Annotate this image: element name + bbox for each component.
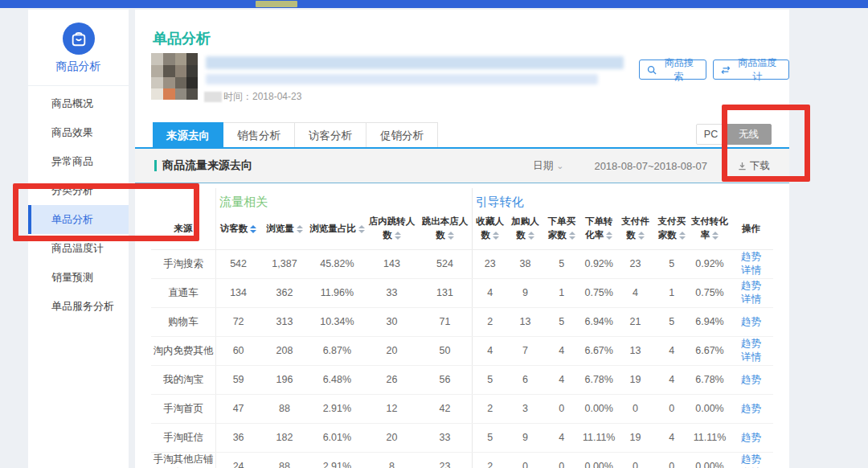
sort-icon[interactable] xyxy=(528,232,534,240)
value-cell: 19 xyxy=(617,365,653,394)
annotation-box-wireless-toggle xyxy=(722,105,810,182)
value-cell: 11.11% xyxy=(580,423,617,452)
source-cell: 手淘其他店铺商品 xyxy=(151,452,215,468)
value-cell: 313 xyxy=(260,307,309,336)
value-cell: 23 xyxy=(617,249,653,278)
actions-cell: 趋势详情 xyxy=(729,452,773,468)
column-header-7[interactable]: 收藏人数 xyxy=(472,211,507,249)
detail-link[interactable]: 详情 xyxy=(741,265,761,276)
value-cell: 11.11% xyxy=(690,423,729,452)
blurred-product-title-line xyxy=(206,56,624,69)
table-row: 我的淘宝591966.48%26565646.78%1946.78%趋势 xyxy=(151,365,773,394)
value-cell: 0 xyxy=(653,452,690,468)
value-cell: 0 xyxy=(543,452,580,468)
trend-link[interactable]: 趋势 xyxy=(741,454,761,465)
value-cell: 24 xyxy=(215,452,260,468)
column-header-11[interactable]: 支付件数 xyxy=(617,211,653,249)
column-header-2[interactable]: 访客数 xyxy=(215,211,260,249)
detail-link[interactable]: 详情 xyxy=(741,351,761,363)
sort-icon[interactable] xyxy=(493,232,499,240)
value-cell: 9 xyxy=(507,278,542,307)
tab-3[interactable]: 访客分析 xyxy=(295,122,366,149)
trend-link[interactable]: 趋势 xyxy=(741,432,761,443)
sort-icon[interactable] xyxy=(679,232,686,240)
product-search-button[interactable]: 商品搜索 xyxy=(639,60,706,80)
sort-icon[interactable] xyxy=(448,232,454,240)
value-cell: 0.92% xyxy=(580,249,617,278)
value-cell: 4 xyxy=(543,336,580,365)
sidebar-item-1[interactable]: 商品概况 xyxy=(28,89,129,118)
value-cell: 6.94% xyxy=(690,307,729,336)
value-cell: 10.34% xyxy=(309,307,366,336)
column-header-4[interactable]: 浏览量占比 xyxy=(309,211,366,249)
value-cell: 208 xyxy=(260,336,309,365)
value-cell: 6.87% xyxy=(309,336,366,365)
sort-icon[interactable] xyxy=(297,225,303,233)
value-cell: 88 xyxy=(260,452,309,468)
trend-link[interactable]: 趋势 xyxy=(741,251,761,262)
sort-icon[interactable] xyxy=(606,232,612,240)
value-cell: 0 xyxy=(617,452,653,468)
sort-icon[interactable] xyxy=(712,232,719,240)
trend-link[interactable]: 趋势 xyxy=(741,403,761,414)
value-cell: 182 xyxy=(260,423,309,452)
search-icon xyxy=(647,65,657,75)
value-cell: 1,387 xyxy=(260,249,309,278)
swap-arrows-icon xyxy=(721,65,731,75)
actions-cell: 趋势 xyxy=(729,394,773,423)
sort-icon[interactable] xyxy=(569,232,575,240)
value-cell: 23 xyxy=(418,452,472,468)
tab-1[interactable]: 来源去向 xyxy=(153,122,223,149)
trend-link[interactable]: 趋势 xyxy=(741,316,761,327)
value-cell: 4 xyxy=(617,278,653,307)
trend-link[interactable]: 趋势 xyxy=(741,374,761,385)
value-cell: 5 xyxy=(472,365,507,394)
column-header-9[interactable]: 下单买家数 xyxy=(543,211,580,249)
value-cell: 36 xyxy=(215,423,260,452)
source-cell: 手淘搜索 xyxy=(151,249,215,278)
sidebar-item-7[interactable]: 销量预测 xyxy=(28,263,129,292)
product-thermometer-label: 商品温度计 xyxy=(733,56,781,84)
value-cell: 71 xyxy=(418,307,472,336)
column-header-3[interactable]: 浏览量 xyxy=(260,211,309,249)
date-filter-dropdown[interactable]: 日期⌄ xyxy=(533,159,563,173)
blurred-product-subtitle-line xyxy=(206,74,598,84)
sort-icon[interactable] xyxy=(358,225,365,233)
value-cell: 45.82% xyxy=(309,249,366,278)
sort-icon[interactable] xyxy=(638,232,645,240)
browser-topbar xyxy=(0,0,868,8)
detail-link[interactable]: 详情 xyxy=(741,294,761,305)
column-header-8[interactable]: 加购人数 xyxy=(507,211,542,249)
value-cell: 72 xyxy=(215,307,260,336)
product-thermometer-button[interactable]: 商品温度计 xyxy=(713,60,789,80)
value-cell: 6.67% xyxy=(690,336,729,365)
value-cell: 6.67% xyxy=(580,336,617,365)
value-cell: 59 xyxy=(215,365,260,394)
sidebar-item-8[interactable]: 单品服务分析 xyxy=(28,292,129,321)
trend-link[interactable]: 趋势 xyxy=(741,280,761,291)
value-cell: 0.75% xyxy=(580,278,617,307)
sidebar-item-2[interactable]: 商品效果 xyxy=(28,118,129,147)
value-cell: 56 xyxy=(418,365,472,394)
source-cell: 直通车 xyxy=(151,278,215,307)
value-cell: 8 xyxy=(366,452,418,468)
column-header-6[interactable]: 跳出本店人数 xyxy=(418,211,472,249)
sidebar-item-3[interactable]: 异常商品 xyxy=(28,147,129,176)
tab-2[interactable]: 销售分析 xyxy=(223,122,295,149)
value-cell: 4 xyxy=(653,336,690,365)
column-header-13[interactable]: 支付转化率 xyxy=(690,211,729,249)
column-header-10[interactable]: 下单转化率 xyxy=(580,211,617,249)
group-header-spacer xyxy=(729,188,773,211)
sort-icon[interactable] xyxy=(250,225,256,233)
column-header-12[interactable]: 支付买家数 xyxy=(653,211,690,249)
tab-4[interactable]: 促销分析 xyxy=(366,122,438,149)
source-cell: 手淘旺信 xyxy=(151,423,215,452)
value-cell: 6.48% xyxy=(309,365,366,394)
trend-link[interactable]: 趋势 xyxy=(741,338,761,349)
column-header-5[interactable]: 店内跳转人数 xyxy=(366,211,418,249)
value-cell: 60 xyxy=(215,336,260,365)
product-search-label: 商品搜索 xyxy=(660,56,698,84)
value-cell: 33 xyxy=(366,278,418,307)
sort-icon[interactable] xyxy=(395,232,401,240)
value-cell: 0 xyxy=(543,394,580,423)
